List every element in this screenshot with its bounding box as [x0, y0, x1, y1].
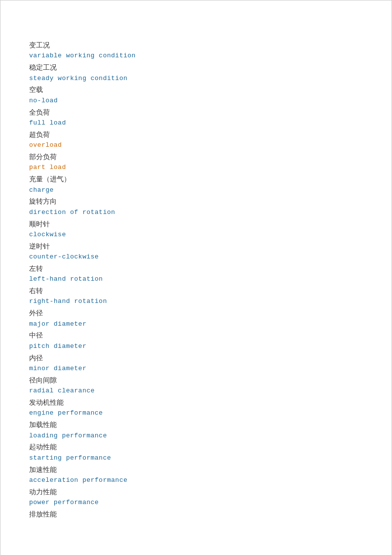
chinese-term: 右转: [29, 286, 363, 297]
english-term: minor diameter: [29, 364, 363, 374]
english-term: loading performance: [29, 431, 363, 441]
term-pair: 动力性能power performance: [29, 487, 363, 508]
term-pair: 发动机性能engine performance: [29, 397, 363, 419]
term-pair: 右转right-hand rotation: [29, 286, 363, 307]
chinese-term: 径向间隙: [29, 375, 363, 386]
chinese-term: 发动机性能: [29, 397, 363, 408]
term-pair: 全负荷full load: [29, 107, 363, 128]
chinese-term: 加速性能: [29, 465, 363, 475]
chinese-term: 加载性能: [29, 420, 363, 430]
term-pair: 变工况variable working condition: [29, 40, 363, 61]
chinese-term: 稳定工况: [29, 62, 363, 73]
term-pair: 加载性能loading performance: [29, 420, 363, 441]
chinese-term: 起动性能: [29, 442, 363, 453]
term-pair: 部分负荷part load: [29, 152, 363, 173]
chinese-term: 排放性能: [29, 509, 363, 520]
english-term: overload: [29, 140, 363, 151]
chinese-term: 动力性能: [29, 487, 363, 498]
english-term: clockwise: [29, 230, 363, 240]
english-term: part load: [29, 163, 363, 173]
chinese-term: 顺时针: [29, 219, 363, 230]
term-pair: 逆时针counter-clockwise: [29, 241, 363, 262]
english-term: starting performance: [29, 453, 363, 464]
english-term: acceleration performance: [29, 475, 363, 486]
chinese-term: 充量（进气）: [29, 174, 363, 185]
english-term: major diameter: [29, 319, 363, 330]
term-pair: 中径pitch diameter: [29, 330, 363, 351]
chinese-term: 变工况: [29, 40, 363, 51]
english-term: steady working condition: [29, 74, 363, 84]
chinese-term: 旋转方向: [29, 196, 363, 207]
term-pair: 外径major diameter: [29, 308, 363, 329]
term-pair: 内径minor diameter: [29, 353, 363, 374]
chinese-term: 超负荷: [29, 129, 363, 140]
term-pair: 充量（进气）charge: [29, 174, 363, 195]
chinese-term: 中径: [29, 330, 363, 341]
chinese-term: 左转: [29, 263, 363, 274]
english-term: power performance: [29, 498, 363, 508]
english-term: direction of rotation: [29, 208, 363, 218]
term-pair: 径向间隙radial clearance: [29, 375, 363, 396]
chinese-term: 空载: [29, 85, 363, 95]
english-term: radial clearance: [29, 386, 363, 396]
english-term: left-hand rotation: [29, 274, 363, 285]
english-term: charge: [29, 185, 363, 196]
term-pair: 左转left-hand rotation: [29, 263, 363, 285]
english-term: right-hand rotation: [29, 297, 363, 307]
english-term: full load: [29, 118, 363, 128]
chinese-term: 全负荷: [29, 107, 363, 118]
english-term: counter-clockwise: [29, 252, 363, 262]
terms-list: 变工况variable working condition稳定工况steady …: [29, 40, 363, 520]
term-pair: 空载no-load: [29, 85, 363, 106]
chinese-term: 部分负荷: [29, 152, 363, 163]
english-term: variable working condition: [29, 51, 363, 61]
term-pair: 加速性能acceleration performance: [29, 465, 363, 486]
english-term: pitch diameter: [29, 342, 363, 352]
chinese-term: 逆时针: [29, 241, 363, 252]
english-term: no-load: [29, 96, 363, 106]
term-pair: 排放性能: [29, 509, 363, 520]
term-pair: 超负荷overload: [29, 129, 363, 151]
english-term: engine performance: [29, 408, 363, 419]
term-pair: 顺时针clockwise: [29, 219, 363, 240]
term-pair: 稳定工况steady working condition: [29, 62, 363, 84]
term-pair: 旋转方向direction of rotation: [29, 196, 363, 217]
chinese-term: 外径: [29, 308, 363, 319]
page-container: 变工况variable working condition稳定工况steady …: [0, 0, 392, 555]
chinese-term: 内径: [29, 353, 363, 364]
term-pair: 起动性能starting performance: [29, 442, 363, 463]
